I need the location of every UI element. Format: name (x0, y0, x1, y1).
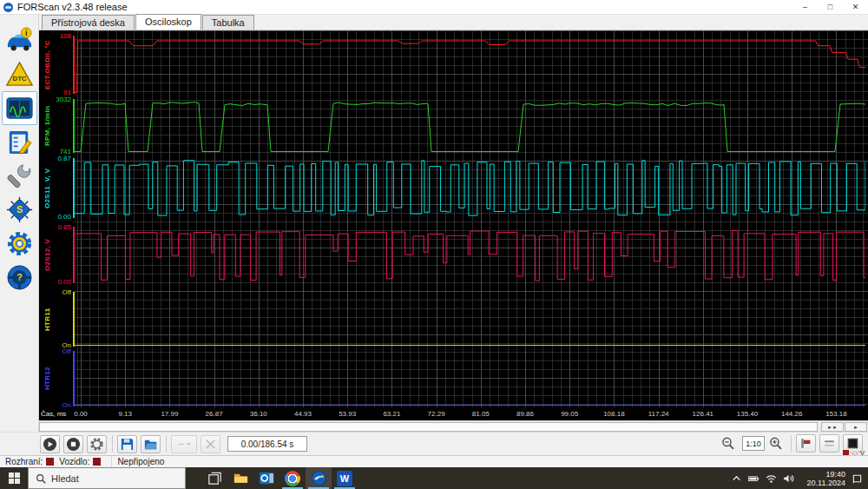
taskbar-search-input[interactable]: Hledat (28, 467, 186, 489)
sidebar-item-oscilloscope[interactable] (2, 91, 37, 125)
time-tick: 144.26 (777, 410, 806, 418)
forscan-icon (311, 470, 327, 486)
word-icon: W (337, 471, 352, 486)
clock-date: 20.11.2024 (800, 479, 845, 487)
time-tick: 9.13 (110, 410, 140, 418)
interface-label: Rozhraní: (5, 457, 43, 466)
sidebar-item-tests[interactable] (2, 125, 37, 159)
clipboard-tests-icon (5, 128, 34, 156)
channel-htr11-max-value: Off (39, 289, 71, 296)
tray-chevron-icon[interactable] (731, 473, 742, 484)
sidebar-item-help[interactable]: ? (2, 261, 37, 294)
svg-text:DTC: DTC (12, 75, 26, 83)
open-folder-icon (143, 437, 158, 452)
wrench-icon (5, 162, 34, 190)
svg-text:S: S (16, 204, 22, 215)
channel-rpm: RPM, 1/min3032741 (39, 99, 868, 153)
sidebar-item-service[interactable] (2, 159, 37, 193)
file-explorer-button[interactable] (227, 467, 253, 489)
maximize-button[interactable]: □ (818, 0, 843, 15)
task-view-button[interactable] (201, 467, 227, 489)
channel-o2s11-max-value: 0.87 (39, 155, 71, 162)
horizontal-scrollbar[interactable]: ►► ► (39, 420, 868, 432)
tab-osciloskop[interactable]: Osciloskop (135, 14, 201, 30)
outlook-icon (259, 470, 275, 486)
forscan-taskbar-button[interactable] (306, 467, 332, 489)
clear-button[interactable] (201, 435, 220, 453)
oscilloscope-icon (5, 94, 34, 122)
scroll-right-button[interactable]: ► (845, 422, 867, 432)
time-tick: 153.18 (821, 410, 851, 418)
sidebar-item-vehicle-info[interactable]: i (2, 23, 37, 57)
minimize-button[interactable]: – (792, 0, 818, 15)
taskbar-clock[interactable]: 19:40 20.11.2024 (800, 470, 845, 487)
toolbar-separator (791, 435, 792, 453)
channel-label-ect: ECT.OBDII, °C (41, 36, 53, 94)
save-button[interactable] (117, 435, 137, 453)
window-title: FORScan v2.3.48 release (17, 2, 792, 12)
time-axis-label: Čas, ms (41, 410, 66, 418)
search-placeholder: Hledat (51, 473, 79, 484)
status-message-panel: Nepřipojeno (112, 456, 169, 467)
start-button[interactable] (0, 467, 28, 489)
sidebar-item-dtc[interactable]: DTC (2, 57, 37, 91)
zoom-in-button[interactable] (766, 434, 786, 453)
clock-time: 19:40 (800, 470, 845, 479)
save-icon (120, 437, 135, 452)
clear-cross-icon (203, 437, 218, 452)
time-tick: 135.40 (733, 410, 762, 418)
channel-o2s11-min-value: 0.00 (39, 214, 71, 221)
scroll-fast-right-button[interactable]: ►► (821, 422, 844, 432)
dropdown-icon (177, 437, 192, 452)
channel-htr11-trace (74, 292, 865, 347)
svg-text:i: i (25, 29, 27, 37)
tab-pristrojova-deska[interactable]: Přístrojová deska (42, 15, 135, 30)
gear-small-icon (89, 437, 104, 452)
battery-icon[interactable] (748, 473, 760, 484)
play-button[interactable] (40, 435, 60, 453)
stop-icon (66, 437, 81, 452)
time-tick: 26.87 (200, 410, 229, 418)
chip-icon: S (5, 195, 34, 224)
lines-icon (822, 436, 837, 451)
channel-ect: ECT.OBDII, °C10891 (39, 36, 868, 94)
zoom-out-button[interactable] (718, 434, 738, 453)
gear-icon (5, 229, 34, 258)
tab-tabulka[interactable]: Tabulka (202, 15, 254, 30)
sidebar-item-programming[interactable]: S (2, 193, 37, 227)
close-button[interactable]: ✕ (843, 0, 868, 15)
open-button[interactable] (141, 435, 161, 453)
play-icon (43, 437, 57, 452)
time-axis: Čas, ms 0.009.1317.9926.8736.1044.9353.9… (39, 409, 868, 420)
wifi-icon[interactable] (766, 473, 777, 484)
car-info-icon: i (5, 26, 34, 55)
record-mode-dropdown[interactable] (171, 435, 197, 453)
word-button[interactable]: W (332, 467, 358, 489)
scope-settings-button[interactable] (87, 435, 107, 453)
zoom-out-icon (720, 436, 735, 451)
time-tick: 63.21 (377, 410, 406, 418)
zoom-scale-value[interactable]: 1:10 (742, 436, 765, 451)
time-tick: 108.18 (599, 410, 628, 418)
time-tick: 44.93 (288, 410, 318, 418)
sidebar-item-settings[interactable] (2, 227, 37, 261)
time-tick: 0.00 (66, 410, 95, 418)
speaker-icon[interactable] (783, 473, 794, 484)
outlook-button[interactable] (253, 467, 279, 489)
scrollbar-thumb[interactable] (39, 422, 818, 432)
channel-o2s12-max-value: 0.85 (39, 224, 71, 231)
time-tick: 81.05 (466, 410, 496, 418)
time-tick: 17.99 (155, 410, 184, 418)
marker-button[interactable] (796, 434, 816, 453)
forscan-app-icon (3, 3, 13, 12)
system-tray: 19:40 20.11.2024 (731, 467, 868, 489)
action-center-icon[interactable] (852, 473, 863, 484)
channel-htr12-trace (74, 351, 865, 406)
file-explorer-icon (233, 470, 249, 486)
chrome-button[interactable] (279, 467, 306, 489)
time-tick: 36.10 (244, 410, 273, 418)
stop-button[interactable] (63, 435, 83, 453)
channel-htr12-min-value: On (39, 402, 71, 409)
channel-ect-max-value: 108 (39, 33, 71, 40)
layout-lines-button[interactable] (819, 434, 839, 453)
